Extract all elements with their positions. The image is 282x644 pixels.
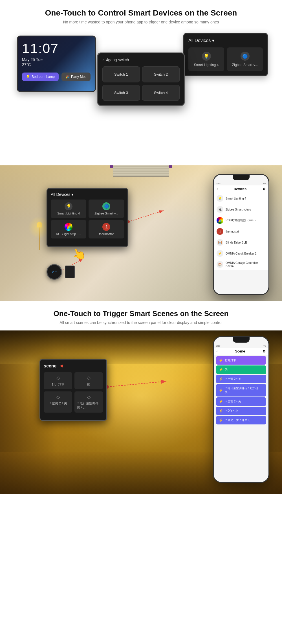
scene-item-label-5: ＊DIY＊止 bbox=[225, 409, 238, 413]
mini-zigbee-icon: 🔵 bbox=[102, 202, 110, 210]
phone-screen-scenes: 2:10 4G ‹ Scene ⚙ ⚡ 打开灯带 ⚡ 的 bbox=[214, 337, 268, 482]
room-section: All Devices ▾ 💡 Smart Lighting 4 🔵 Zigbe… bbox=[0, 165, 282, 301]
phone-item-icon-2: 🌈 bbox=[217, 217, 223, 224]
switch-screen: ‹ 4gang switch Switch 1 Switch 2 Switch … bbox=[97, 52, 185, 106]
phone-notch-scene bbox=[233, 337, 250, 343]
scene-item-2[interactable]: ◇ 的 bbox=[74, 372, 103, 389]
scene-list-item-6[interactable]: ⚡ ＊调光开关＊开关1开 bbox=[216, 416, 266, 424]
section1-subtitle: No more time wasted to open your phone a… bbox=[6, 20, 276, 24]
scene-item-label-3: ＊电计量空调伴侣＊红外开关... bbox=[225, 386, 263, 394]
zigbee-icon: 🔵 bbox=[241, 52, 250, 61]
phone-screen-devices: 2:10 4G ‹ Devices ⚙ 💡 Smart Lighting 4 🔌 bbox=[214, 175, 268, 294]
mini-rgb-icon: 🌈 bbox=[65, 223, 72, 231]
back-chevron-icon[interactable]: ‹ bbox=[102, 58, 104, 62]
party-icon: 🎉 bbox=[65, 75, 70, 79]
back-icon[interactable]: ‹ bbox=[217, 187, 218, 191]
phone-item-name-2: RGB灯带控制器（WiFi） bbox=[226, 218, 257, 222]
phone-item-name-4: Blinds Drive-BLE bbox=[226, 241, 247, 244]
phone-devices-list: 💡 Smart Lighting 4 🔌 Zigbee Smart-vdevo … bbox=[214, 193, 268, 270]
small-panel bbox=[65, 266, 75, 278]
scene-item-icon-1: ⚡ bbox=[219, 368, 223, 372]
section3-header: One-Touch to Trigger Smart Scenes on the… bbox=[0, 301, 282, 330]
lamp-icon: 💡 bbox=[26, 75, 30, 79]
device-card-2[interactable]: 🔵 Zigbee Smart-v... bbox=[227, 47, 263, 71]
phone-list-item-4[interactable]: 🪟 Blinds Drive-BLE bbox=[214, 237, 268, 248]
scene-list-item-3[interactable]: ⚡ ＊电计量空调伴侣＊红外开关... bbox=[216, 384, 266, 397]
scene-item-4[interactable]: ◇ ＊电计量空调伴侣＊... bbox=[74, 391, 103, 413]
scene-item-1[interactable]: ◇ 打开灯带 bbox=[44, 372, 72, 389]
clock-buttons: 💡 Bedroom Lamp 🎉 Party Mod bbox=[22, 73, 91, 81]
switch-3-btn[interactable]: Switch 3 bbox=[102, 85, 140, 101]
phone-item-name-6: OMNIA Garage Controller BASIC bbox=[226, 261, 266, 268]
device-card-1[interactable]: 💡 Smart Lighting 4 bbox=[188, 47, 224, 71]
thermostat-device: 29° bbox=[47, 264, 62, 280]
room-background: All Devices ▾ 💡 Smart Lighting 4 🔵 Zigbe… bbox=[0, 165, 282, 301]
arrow-down-icon: ▾ bbox=[71, 192, 73, 197]
section3-title: One-Touch to Trigger Smart Scenes on the… bbox=[6, 309, 276, 318]
mini-thermo-icon: 🌡️ bbox=[102, 223, 110, 231]
scene-screen-title: scene ◄ bbox=[44, 363, 103, 369]
phone-notch bbox=[233, 175, 250, 180]
switch-4-btn[interactable]: Switch 4 bbox=[142, 85, 180, 101]
bedroom-lamp-btn[interactable]: 💡 Bedroom Lamp bbox=[22, 73, 59, 81]
mini-device-2[interactable]: 🔵 Zigbee Smart-v... bbox=[89, 200, 124, 218]
phone-signal-scene: 4G bbox=[263, 345, 266, 347]
phone-signal: 4G bbox=[263, 182, 266, 185]
mini-devices-grid: 💡 Smart Lighting 4 🔵 Zigbee Smart-v... 🌈… bbox=[51, 200, 124, 238]
section3-subtitle: All smart scenes can be synchronized to … bbox=[6, 320, 276, 325]
phone-list-item-1[interactable]: 🔌 Zigbee Smart-vdevo bbox=[214, 204, 268, 215]
phone-item-icon-0: 💡 bbox=[217, 195, 223, 202]
phone-list-item-2[interactable]: 🌈 RGB灯带控制器（WiFi） bbox=[214, 215, 268, 226]
clock-temp: 27°C bbox=[22, 62, 91, 67]
scenes-showcase: scene ◄ ◇ 打开灯带 ◇ 的 ◇ ＊空调 2＊关 ◇ ＊电计量 bbox=[0, 330, 282, 494]
party-mode-btn[interactable]: 🎉 Party Mod bbox=[61, 73, 91, 81]
phone-list-item-3[interactable]: 🌡 thermostat bbox=[214, 226, 268, 237]
scene-list-item-0[interactable]: ⚡ 打开灯带 bbox=[216, 356, 266, 365]
phone-status-bar: 2:10 4G bbox=[214, 182, 268, 185]
scene-item-label-1: 的 bbox=[225, 368, 228, 372]
scene-icon-4: ◇ bbox=[87, 394, 91, 400]
mini-light-icon: 💡 bbox=[65, 202, 72, 210]
scene-item-label-4: ＊空调 2＊关 bbox=[225, 400, 241, 404]
phone-list-item-0[interactable]: 💡 Smart Lighting 4 bbox=[214, 193, 268, 204]
phone-item-icon-3: 🌡 bbox=[217, 228, 223, 235]
back-icon-scene[interactable]: ‹ bbox=[217, 349, 218, 353]
scene-list: ⚡ 打开灯带 ⚡ 的 ⚡ ＊空调 2＊关 ⚡ ＊电计量空调伴侣＊红外开关... bbox=[214, 356, 268, 424]
phone-header-scene: ‹ Scene ⚙ bbox=[214, 348, 268, 355]
scene-list-item-5[interactable]: ⚡ ＊DIY＊止 bbox=[216, 407, 266, 415]
phone-list-item-5[interactable]: ⚡ OMNIA Circuit Breaker 2 bbox=[214, 248, 268, 259]
scene-item-label-2: ＊空调 2＊关 bbox=[225, 377, 241, 381]
phone-time: 2:10 bbox=[216, 182, 221, 185]
switch-2-btn[interactable]: Switch 2 bbox=[142, 66, 180, 82]
scene-item-icon-6: ⚡ bbox=[219, 418, 223, 422]
mini-device-1[interactable]: 💡 Smart Lighting 4 bbox=[51, 200, 86, 218]
phone-item-name-1: Zigbee Smart-vdevo bbox=[226, 208, 251, 211]
settings-icon-scene[interactable]: ⚙ bbox=[263, 349, 266, 353]
scene-icon-1: ◇ bbox=[56, 375, 60, 380]
all-devices-room-title: All Devices ▾ bbox=[51, 192, 124, 197]
clock-date: May 25 Tue bbox=[22, 57, 91, 62]
section1-title: One-Touch to Control Smart Devices on th… bbox=[6, 8, 276, 17]
settings-icon[interactable]: ⚙ bbox=[263, 187, 266, 191]
phone-item-icon-5: ⚡ bbox=[217, 250, 223, 257]
scene-screen: scene ◄ ◇ 打开灯带 ◇ 的 ◇ ＊空调 2＊关 ◇ ＊电计量 bbox=[39, 359, 107, 421]
all-devices-title: All Devices ▾ bbox=[188, 38, 263, 43]
phone-time-scene: 2:10 bbox=[216, 345, 221, 347]
all-devices-screen-top: All Devices ▾ 💡 Smart Lighting 4 🔵 Zigbe… bbox=[183, 33, 268, 76]
corridor-background: scene ◄ ◇ 打开灯带 ◇ 的 ◇ ＊空调 2＊关 ◇ ＊电计量 bbox=[0, 330, 282, 494]
phone-list-item-6[interactable]: 🏠 OMNIA Garage Controller BASIC bbox=[214, 259, 268, 270]
devices-grid: 💡 Smart Lighting 4 🔵 Zigbee Smart-v... bbox=[188, 47, 263, 71]
scene-list-item-2[interactable]: ⚡ ＊空调 2＊关 bbox=[216, 375, 266, 383]
scene-list-item-1[interactable]: ⚡ 的 bbox=[216, 365, 266, 374]
mini-device-3[interactable]: 🌈 RGB light strip ..... bbox=[51, 220, 86, 238]
scene-item-3[interactable]: ◇ ＊空调 2＊关 bbox=[44, 391, 72, 413]
scene-icon-3: ◇ bbox=[56, 394, 60, 400]
mini-device-4[interactable]: 🌡️ thermostat bbox=[89, 220, 124, 238]
switch-1-btn[interactable]: Switch 1 bbox=[102, 66, 140, 82]
phone-item-name-3: thermostat bbox=[226, 230, 239, 233]
scene-item-label-6: ＊调光开关＊开关1开 bbox=[225, 418, 252, 422]
scenes-grid: ◇ 打开灯带 ◇ 的 ◇ ＊空调 2＊关 ◇ ＊电计量空调伴侣＊... bbox=[44, 372, 103, 413]
clock-screen: 11:07 May 25 Tue 27°C 💡 Bedroom Lamp 🎉 P… bbox=[17, 36, 96, 92]
phone-item-icon-1: 🔌 bbox=[217, 206, 223, 213]
scene-list-item-4[interactable]: ⚡ ＊空调 2＊关 bbox=[216, 397, 266, 406]
